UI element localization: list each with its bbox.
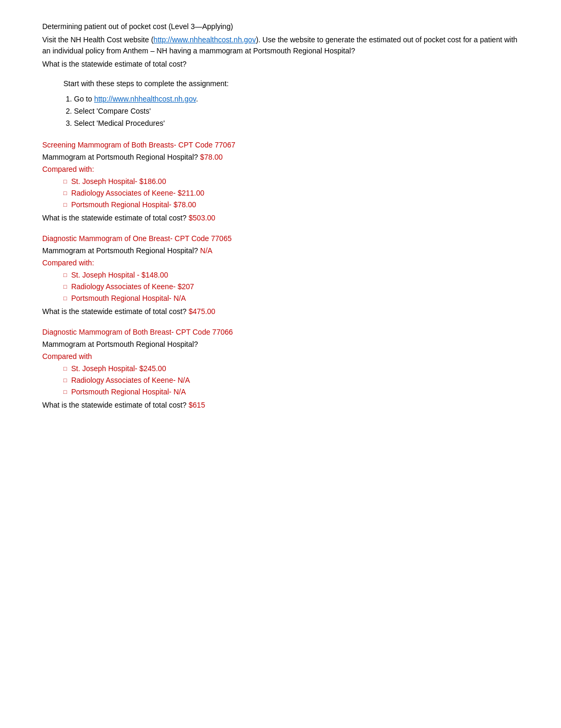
list-item: □Portsmouth Regional Hospital- $78.00 [63,199,519,210]
item-text: Portsmouth Regional Hospital- N/A [71,386,186,398]
item-text: Portsmouth Regional Hospital- N/A [71,293,186,304]
section3-statewide: What is the statewide estimate of total … [42,400,519,411]
section1-subtitle-value: $78.00 [200,153,223,161]
bullet-icon: □ [63,200,67,209]
item-text: Portsmouth Regional Hospital- $78.00 [71,199,197,210]
intro-line3: What is the statewide estimate of total … [42,59,519,70]
list-item: □Portsmouth Regional Hospital- N/A [63,293,519,304]
section2-compared-label: Compared with: [42,257,519,269]
section1-compared-list: □St. Joseph Hospital- $186.00 □Radiology… [63,176,519,210]
step1-link[interactable]: http://www.nhhealthcost.nh.gov [94,95,196,103]
intro-line1: Determining patient out of pocket cost (… [42,21,519,32]
bullet-icon: □ [63,271,67,280]
list-item: □Portsmouth Regional Hospital- N/A [63,386,519,398]
list-item: □Radiology Associates of Keene- N/A [63,375,519,386]
statewide-value: $615 [189,401,205,409]
bullet-icon: □ [63,376,67,385]
statewide-value: $503.00 [189,214,216,222]
section2-compared-list: □St. Joseph Hospital - $148.00 □Radiolog… [63,270,519,304]
section1-subtitle-prefix: Mammogram at Portsmouth Regional Hospita… [42,153,200,161]
list-item: □St. Joseph Hospital - $148.00 [63,270,519,281]
intro-line2: Visit the NH Health Cost website (http:/… [42,34,519,57]
statewide-prefix: What is the statewide estimate of total … [42,214,189,222]
section2-title: Diagnostic Mammogram of One Breast- CPT … [42,233,519,244]
list-item: □Radiology Associates of Keene- $207 [63,281,519,292]
bullet-icon: □ [63,282,67,291]
section1-subtitle: Mammogram at Portsmouth Regional Hospita… [42,152,519,163]
section3-title: Diagnostic Mammogram of Both Breast- CPT… [42,327,519,338]
section1-compared-label: Compared with: [42,164,519,175]
step-1: Go to http://www.nhhealthcost.nh.gov. [74,94,519,105]
sections-container: Screening Mammogram of Both Breasts- CPT… [42,140,519,411]
list-item: □St. Joseph Hospital- $186.00 [63,176,519,187]
section-1: Screening Mammogram of Both Breasts- CPT… [42,140,519,224]
steps-block: Start with these steps to complete the a… [63,78,519,129]
item-text: Radiology Associates of Keene- $211.00 [71,188,204,199]
statewide-prefix: What is the statewide estimate of total … [42,307,189,316]
list-item: □St. Joseph Hospital- $245.00 [63,363,519,374]
nh-health-cost-link[interactable]: http://www.nhhealthcost.nh.gov [154,35,256,44]
bullet-icon: □ [63,189,67,198]
item-text: St. Joseph Hospital- $245.00 [71,363,166,374]
section3-compared-label: Compared with [42,351,519,362]
bullet-icon: □ [63,177,67,186]
intro-line2-prefix: Visit the NH Health Cost website ( [42,35,154,44]
steps-intro: Start with these steps to complete the a… [63,78,519,89]
item-text: St. Joseph Hospital - $148.00 [71,270,169,281]
step-3: Select 'Medical Procedures' [74,118,519,129]
bullet-icon: □ [63,294,67,303]
section2-subtitle-prefix: Mammogram at Portsmouth Regional Hospita… [42,246,200,255]
section3-subtitle-prefix: Mammogram at Portsmouth Regional Hospita… [42,340,198,348]
list-item: □Radiology Associates of Keene- $211.00 [63,188,519,199]
section3-subtitle: Mammogram at Portsmouth Regional Hospita… [42,339,519,350]
section1-title: Screening Mammogram of Both Breasts- CPT… [42,140,519,151]
item-text: St. Joseph Hospital- $186.00 [71,176,166,187]
section1-statewide: What is the statewide estimate of total … [42,213,519,224]
item-text: Radiology Associates of Keene- N/A [71,375,190,386]
statewide-value: $475.00 [189,307,216,316]
bullet-icon: □ [63,388,67,397]
section2-subtitle: Mammogram at Portsmouth Regional Hospita… [42,245,519,256]
step-2: Select 'Compare Costs' [74,106,519,117]
section-2: Diagnostic Mammogram of One Breast- CPT … [42,233,519,317]
statewide-prefix: What is the statewide estimate of total … [42,401,189,409]
section2-subtitle-value: N/A [200,246,212,255]
section-3: Diagnostic Mammogram of Both Breast- CPT… [42,327,519,411]
steps-list: Go to http://www.nhhealthcost.nh.gov. Se… [74,94,519,129]
bullet-icon: □ [63,364,67,373]
item-text: Radiology Associates of Keene- $207 [71,281,194,292]
intro-block: Determining patient out of pocket cost (… [42,21,519,70]
section2-statewide: What is the statewide estimate of total … [42,306,519,317]
section3-compared-list: □St. Joseph Hospital- $245.00 □Radiology… [63,363,519,398]
